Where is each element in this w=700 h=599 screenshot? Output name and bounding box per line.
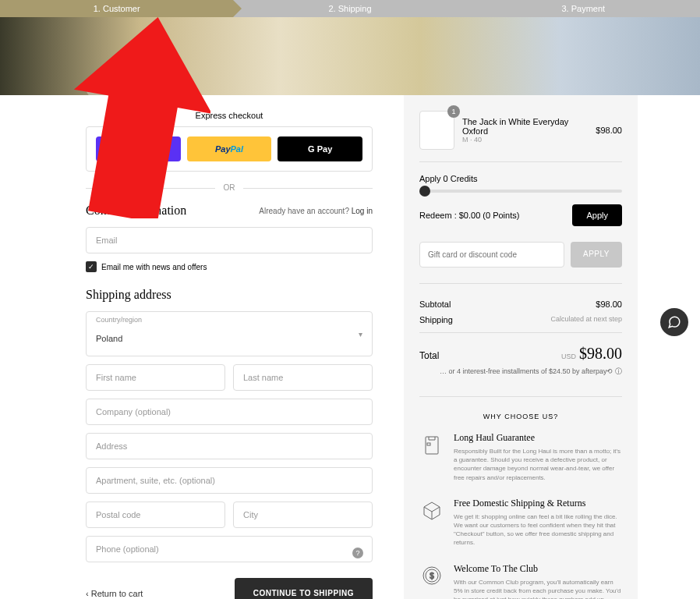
product-name: The Jack in White Everyday Oxford xyxy=(462,117,588,136)
benefit-guarantee: Long Haul Guarantee Responsibly Built fo… xyxy=(419,432,622,482)
country-select[interactable]: Country/region Poland ▾ xyxy=(86,311,373,356)
total-label: Total xyxy=(419,350,439,361)
coin-icon: $ xyxy=(419,563,444,588)
progress-step-shipping[interactable]: 2. Shipping xyxy=(233,0,466,17)
benefit-shipping: Free Domestic Shipping & Returns We get … xyxy=(419,498,622,548)
shipping-label: Shipping xyxy=(419,315,453,324)
redeem-text: Redeem : $0.00 (0 Points) xyxy=(419,211,519,220)
brand-logo[interactable]: ts xyxy=(86,76,109,95)
afterpay-text: … or 4 interest-free installments of $24… xyxy=(419,367,622,377)
promo-code-input[interactable] xyxy=(419,242,564,268)
product-thumbnail: 1 xyxy=(419,111,454,150)
country-value: Poland xyxy=(96,320,362,348)
shipping-value: Calculated at next step xyxy=(550,315,622,324)
svg-rect-2 xyxy=(427,443,430,445)
product-variant: M · 40 xyxy=(462,136,588,144)
city-field[interactable] xyxy=(233,502,373,528)
progress-step-payment[interactable]: 3. Payment xyxy=(467,0,700,17)
apartment-field[interactable] xyxy=(86,467,373,494)
chat-icon xyxy=(667,315,681,329)
paypal-button[interactable]: PayPal xyxy=(187,136,272,161)
express-checkout-label: Express checkout xyxy=(86,111,373,120)
country-label: Country/region xyxy=(96,316,142,324)
benefit-title: Long Haul Guarantee xyxy=(454,432,622,444)
cart-item: 1 The Jack in White Everyday Oxford M · … xyxy=(419,111,622,162)
credits-label: Apply 0 Credits xyxy=(419,174,622,183)
order-summary-column: 1 The Jack in White Everyday Oxford M · … xyxy=(404,95,638,599)
company-field[interactable] xyxy=(86,399,373,425)
credits-slider[interactable] xyxy=(419,190,622,193)
progress-step-customer[interactable]: 1. Customer xyxy=(0,0,233,17)
subtotal-value: $98.00 xyxy=(596,300,622,309)
benefit-desc: Responsibly Built for the Long Haul is m… xyxy=(454,447,622,482)
last-name-field[interactable] xyxy=(233,364,373,391)
email-field[interactable] xyxy=(86,227,373,253)
login-link[interactable]: Log in xyxy=(352,207,373,215)
svg-text:$: $ xyxy=(430,572,434,580)
first-name-field[interactable] xyxy=(86,364,225,391)
benefit-desc: We get it: shopping online can feel a bi… xyxy=(454,512,622,548)
postal-code-field[interactable] xyxy=(86,502,225,528)
box-icon xyxy=(419,498,444,523)
address-field[interactable] xyxy=(86,433,373,459)
product-price: $98.00 xyxy=(596,126,622,135)
why-choose-us-heading: WHY CHOOSE US? xyxy=(419,396,622,420)
news-checkbox[interactable]: ✓ xyxy=(86,261,97,272)
chat-button[interactable] xyxy=(660,308,688,336)
login-prompt: Already have an account? Log in xyxy=(259,207,373,215)
apply-credits-button[interactable]: Apply xyxy=(572,204,622,226)
total-currency: USD xyxy=(561,353,576,360)
phone-field[interactable] xyxy=(86,536,373,562)
contact-heading: Contact information xyxy=(86,204,186,218)
quantity-badge: 1 xyxy=(447,105,460,118)
or-divider: OR xyxy=(86,183,373,192)
slider-thumb[interactable] xyxy=(419,186,430,197)
benefit-title: Welcome To The Club xyxy=(454,563,622,575)
benefit-club: $ Welcome To The Club With our Common Cl… xyxy=(419,563,622,600)
shirt-icon xyxy=(419,432,444,457)
header-banner: ts xyxy=(0,17,700,95)
google-pay-button[interactable]: G Pay xyxy=(278,136,362,161)
chevron-down-icon: ▾ xyxy=(359,330,362,338)
total-value: $98.00 xyxy=(579,345,622,362)
return-to-cart-link[interactable]: ‹ Return to cart xyxy=(86,589,143,598)
express-checkout-box: shop Pay PayPal G Pay xyxy=(86,126,373,172)
checkout-progress: 1. Customer 2. Shipping 3. Payment xyxy=(0,0,700,17)
help-icon[interactable]: ? xyxy=(352,548,363,558)
checkout-form-column: Express checkout shop Pay PayPal G Pay O… xyxy=(86,95,373,599)
shipping-heading: Shipping address xyxy=(86,288,373,302)
benefit-title: Free Domestic Shipping & Returns xyxy=(454,498,622,509)
benefit-desc: With our Common Club program, you'll aut… xyxy=(454,578,622,600)
shop-pay-button[interactable]: shop Pay xyxy=(96,136,181,161)
subtotal-label: Subtotal xyxy=(419,300,451,309)
news-checkbox-label: Email me with news and offers xyxy=(101,263,207,271)
continue-button[interactable]: CONTINUE TO SHIPPING xyxy=(235,578,373,599)
apply-promo-button[interactable]: APPLY xyxy=(571,242,622,268)
